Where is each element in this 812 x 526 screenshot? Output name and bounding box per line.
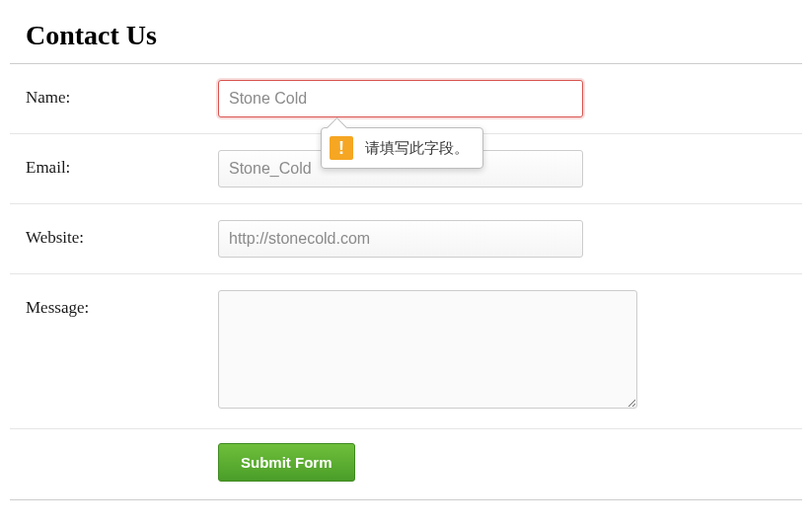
website-input[interactable] — [218, 220, 583, 258]
name-input[interactable] — [218, 80, 583, 117]
submit-button[interactable]: Submit Form — [218, 443, 355, 482]
page-title: Contact Us — [10, 20, 802, 64]
message-label: Message: — [10, 274, 202, 429]
message-textarea[interactable] — [218, 290, 637, 409]
validation-tooltip: ! 请填写此字段。 — [321, 127, 483, 169]
email-label: Email: — [10, 134, 202, 204]
validation-message: 请填写此字段。 — [365, 139, 469, 158]
name-label: Name: — [10, 64, 202, 134]
website-label: Website: — [10, 204, 202, 274]
warning-icon: ! — [330, 136, 353, 160]
